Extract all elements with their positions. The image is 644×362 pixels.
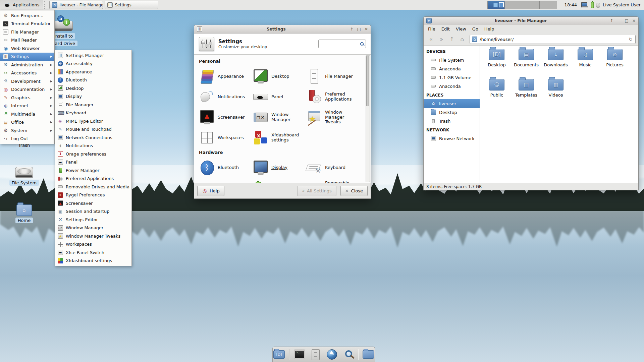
workspace-2[interactable]: [505, 1, 522, 9]
menu-item-accessories[interactable]: Accessories▶: [0, 69, 54, 77]
settings-titlebar[interactable]: Settings ↑ □ ✕: [194, 25, 371, 34]
settings-tile-screensaver[interactable]: ▲Screensaver: [199, 109, 253, 125]
settings-tile-appearance[interactable]: Appearance: [199, 68, 253, 84]
menu-item-run-program[interactable]: Run Program...: [0, 11, 54, 20]
file-manager-titlebar[interactable]: liveuser - File Manager ↑ — □ ✕: [424, 17, 638, 25]
mouse-icon[interactable]: [596, 3, 600, 8]
menu-item-notifications[interactable]: Notifications: [55, 142, 131, 150]
reload-icon[interactable]: [628, 37, 633, 42]
menu-item-file-manager[interactable]: File Manager: [55, 101, 131, 109]
close-button[interactable]: ✕: [365, 25, 368, 34]
menu-go[interactable]: Go: [469, 25, 481, 33]
menu-item-display[interactable]: Display: [55, 93, 131, 101]
scrollbar-thumb[interactable]: [366, 56, 369, 106]
menu-item-documentation[interactable]: Documentation▶: [0, 85, 54, 94]
up-button[interactable]: ↑: [447, 35, 457, 44]
menu-item-bluetooth[interactable]: Bluetooth: [55, 76, 131, 84]
sidebar-item-browse-network[interactable]: Browse Network: [424, 134, 480, 143]
file-item-pictures[interactable]: ⊙Pictures: [600, 49, 630, 75]
file-item-documents[interactable]: ▤Documents: [512, 49, 541, 75]
settings-search-input[interactable]: [321, 42, 359, 47]
menu-item-session-and-startup[interactable]: Session and Startup: [55, 207, 131, 216]
menu-item-removable-drives-and-media[interactable]: Removable Drives and Media: [55, 183, 131, 191]
menu-item-office[interactable]: Office▶: [0, 118, 54, 127]
path-input[interactable]: [480, 37, 626, 42]
workspace-1[interactable]: [487, 1, 505, 9]
menu-item-keyboard[interactable]: Keyboard: [55, 109, 131, 117]
settings-tile-mouse-and-touchpad[interactable]: ✎Mouse and Touchpad: [199, 180, 253, 183]
minimize-button[interactable]: —: [617, 17, 621, 25]
menu-item-preferred-applications[interactable]: Preferred Applications: [55, 175, 131, 183]
network-icon[interactable]: [581, 2, 589, 8]
sidebar-item-file-system[interactable]: File System: [424, 56, 480, 64]
menu-item-web-browser[interactable]: Web Browser: [0, 44, 54, 53]
shade-button[interactable]: ↑: [610, 17, 613, 25]
settings-tile-notifications[interactable]: Notifications: [199, 89, 253, 105]
menu-item-workspaces[interactable]: Workspaces: [55, 240, 131, 249]
settings-tile-window-manager-tweaks[interactable]: ★Window Manager Tweaks: [306, 109, 360, 125]
help-button[interactable]: Help: [197, 186, 224, 196]
settings-tile-bluetooth[interactable]: ᛒBluetooth: [199, 160, 253, 176]
menu-item-development[interactable]: Development▶: [0, 77, 54, 85]
desktop-icon-home[interactable]: ⌂Home: [6, 198, 43, 223]
sidebar-item-anaconda[interactable]: Anaconda: [424, 64, 480, 73]
forward-button[interactable]: »: [437, 35, 446, 44]
menu-item-panel[interactable]: Panel: [55, 158, 131, 167]
shade-button[interactable]: ↑: [350, 25, 354, 34]
menu-file[interactable]: File: [425, 25, 438, 33]
all-settings-button[interactable]: « All Settings: [297, 186, 336, 196]
maximize-button[interactable]: □: [357, 25, 361, 34]
menu-item-window-manager-tweaks[interactable]: Window Manager Tweaks: [55, 232, 131, 240]
file-item-downloads[interactable]: ↓Downloads: [541, 49, 571, 75]
sidebar-item-trash[interactable]: Trash: [424, 117, 480, 125]
menu-item-terminal-emulator[interactable]: Terminal Emulator: [0, 20, 54, 28]
menu-item-appearance[interactable]: Appearance: [55, 68, 131, 76]
menu-help[interactable]: Help: [481, 25, 497, 33]
workspace-3[interactable]: [522, 1, 540, 9]
menu-item-xfce-panel-switch[interactable]: Xfce Panel Switch: [55, 248, 131, 257]
file-item-templates[interactable]: □Templates: [512, 79, 541, 105]
menu-item-accessibility[interactable]: Accessibility: [55, 60, 131, 68]
settings-tile-file-manager[interactable]: File Manager: [306, 68, 360, 84]
settings-tile-display[interactable]: Display: [253, 160, 306, 176]
menu-item-internet[interactable]: Internet▶: [0, 102, 54, 110]
settings-tile-preferred-applications[interactable]: Preferred Applications: [306, 89, 360, 105]
settings-tile-keyboard[interactable]: ⚒Keyboard: [306, 160, 360, 176]
settings-scrollbar[interactable]: [366, 55, 370, 182]
dock-item-search[interactable]: [342, 348, 354, 361]
menu-view[interactable]: View: [453, 25, 469, 33]
battery-icon[interactable]: [591, 2, 594, 8]
taskbar-button-file-manager[interactable]: liveuser - File Manager: [49, 1, 103, 9]
dock-item-desktop-folder[interactable]: [D]: [273, 348, 285, 361]
settings-tile-window-manager[interactable]: ◻✕Window Manager: [253, 109, 306, 125]
menu-item-settings-editor[interactable]: Settings Editor: [55, 216, 131, 224]
back-button[interactable]: «: [426, 35, 436, 44]
settings-tile-desktop[interactable]: Desktop: [253, 68, 306, 84]
close-settings-button[interactable]: ✕ Close: [340, 186, 368, 196]
menu-item-window-manager[interactable]: Window Manager: [55, 224, 131, 232]
menu-item-orage-preferences[interactable]: Orage preferences: [55, 150, 131, 158]
settings-tile-removable-drives-and-media[interactable]: Removable Drives and Media: [306, 180, 360, 183]
menu-item-system[interactable]: System▶: [0, 126, 54, 135]
sidebar-item-anaconda[interactable]: Anaconda: [424, 82, 480, 90]
menu-item-mime-type-editor[interactable]: MIME Type Editor: [55, 117, 131, 125]
dock-item-terminal[interactable]: [293, 348, 306, 361]
menu-item-mail-reader[interactable]: Mail Reader: [0, 36, 54, 45]
menu-item-rygel-preferences[interactable]: Rygel Preferences: [55, 191, 131, 199]
dock-item-file-manager[interactable]: [310, 348, 322, 361]
file-item-desktop[interactable]: [D]Desktop: [482, 49, 512, 75]
menu-item-file-manager[interactable]: File Manager: [0, 28, 54, 36]
menu-item-settings-manager[interactable]: Settings Manager: [55, 51, 131, 60]
file-item-videos[interactable]: ▥Videos: [541, 79, 571, 105]
maximize-button[interactable]: □: [625, 17, 629, 25]
menu-item-mouse-and-touchpad[interactable]: Mouse and Touchpad: [55, 125, 131, 134]
file-item-public[interactable]: ☺Public: [482, 79, 512, 105]
menu-edit[interactable]: Edit: [438, 25, 453, 33]
sidebar-item-1-1-gb-volume[interactable]: 1.1 GB Volume: [424, 73, 480, 82]
settings-tile-workspaces[interactable]: Workspaces: [199, 130, 253, 146]
menu-item-desktop[interactable]: Desktop: [55, 84, 131, 93]
menu-item-xfdashboard-settings[interactable]: Xfdashboard settings: [55, 257, 131, 265]
menu-item-multimedia[interactable]: Multimedia▶: [0, 110, 54, 118]
menu-item-power-manager[interactable]: Power Manager: [55, 166, 131, 175]
menu-item-screensaver[interactable]: Screensaver: [55, 199, 131, 207]
